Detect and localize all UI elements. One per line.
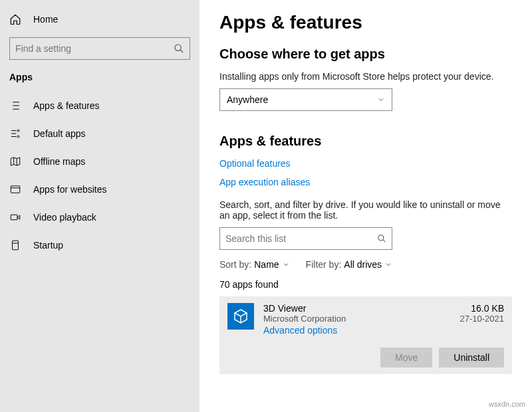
app-list-search-input[interactable] — [225, 233, 377, 244]
filter-by-value: All drives — [344, 259, 382, 270]
app-date: 27-10-2021 — [460, 314, 505, 324]
sidebar-item-label: Default apps — [33, 128, 86, 139]
app-list-search[interactable] — [219, 227, 392, 250]
list-description: Search, sort, and filter by drive. If yo… — [219, 199, 512, 221]
svg-rect-18 — [13, 241, 19, 250]
app-size: 16.0 KB — [460, 303, 505, 314]
sidebar-item-video-playback[interactable]: Video playback — [0, 203, 200, 231]
offline-maps-icon — [9, 155, 21, 167]
sidebar-item-offline-maps[interactable]: Offline maps — [0, 148, 200, 175]
section-choose-source-desc: Installing apps only from Microsoft Stor… — [219, 71, 512, 82]
svg-point-20 — [378, 235, 384, 241]
app-source-dropdown[interactable]: Anywhere — [219, 88, 392, 111]
sort-by-value: Name — [254, 259, 279, 270]
watermark: wsxdn.com — [489, 400, 525, 408]
video-playback-icon — [9, 211, 21, 223]
chevron-down-icon — [282, 260, 290, 268]
find-setting-search[interactable] — [9, 37, 190, 60]
cube-icon — [233, 308, 249, 324]
sidebar-section-title: Apps — [0, 72, 200, 92]
svg-line-21 — [383, 240, 386, 243]
apps-count: 70 apps found — [219, 279, 512, 290]
sidebar-item-label: Startup — [33, 240, 63, 251]
startup-icon — [9, 239, 21, 251]
sidebar-item-startup[interactable]: Startup — [0, 231, 200, 259]
app-list-item[interactable]: 3D Viewer Microsoft Corporation Advanced… — [219, 296, 512, 374]
filter-by-control[interactable]: Filter by: All drives — [306, 259, 392, 270]
advanced-options-link[interactable]: Advanced options — [263, 325, 337, 336]
home-label: Home — [33, 14, 58, 25]
app-name: 3D Viewer — [263, 303, 451, 314]
sidebar-item-label: Apps for websites — [33, 184, 107, 195]
search-icon — [377, 234, 386, 243]
sidebar-item-apps-websites[interactable]: Apps for websites — [0, 175, 200, 203]
apps-features-icon — [9, 100, 21, 112]
app-execution-aliases-link[interactable]: App execution aliases — [219, 177, 310, 187]
section-apps-features-title: Apps & features — [219, 134, 512, 149]
sidebar-item-default-apps[interactable]: Default apps — [0, 120, 200, 148]
sidebar-item-apps-features[interactable]: Apps & features — [0, 92, 200, 120]
sidebar-item-label: Apps & features — [33, 100, 100, 111]
app-icon — [227, 303, 254, 330]
sort-by-control[interactable]: Sort by: Name — [219, 259, 290, 270]
chevron-down-icon — [377, 96, 385, 104]
svg-point-11 — [17, 130, 19, 132]
search-icon — [174, 43, 184, 54]
chevron-down-icon — [384, 260, 392, 268]
sidebar-item-label: Video playback — [33, 212, 96, 223]
find-setting-input[interactable] — [15, 43, 174, 54]
home-nav[interactable]: Home — [0, 9, 200, 35]
home-icon — [9, 13, 21, 25]
filter-by-label: Filter by: — [306, 259, 342, 270]
section-choose-source-title: Choose where to get apps — [219, 47, 512, 62]
optional-features-link[interactable]: Optional features — [219, 158, 291, 169]
sidebar-item-label: Offline maps — [33, 156, 85, 167]
svg-rect-15 — [11, 186, 20, 193]
page-title: Apps & features — [219, 12, 512, 33]
svg-point-12 — [17, 136, 19, 138]
svg-line-1 — [180, 50, 183, 52]
svg-point-0 — [175, 45, 181, 51]
app-source-value: Anywhere — [227, 94, 268, 105]
sort-by-label: Sort by: — [219, 259, 251, 270]
default-apps-icon — [9, 128, 21, 140]
app-publisher: Microsoft Corporation — [263, 314, 451, 324]
move-button[interactable]: Move — [380, 348, 432, 367]
uninstall-button[interactable]: Uninstall — [439, 348, 504, 367]
svg-rect-17 — [11, 215, 17, 220]
apps-websites-icon — [9, 183, 21, 195]
